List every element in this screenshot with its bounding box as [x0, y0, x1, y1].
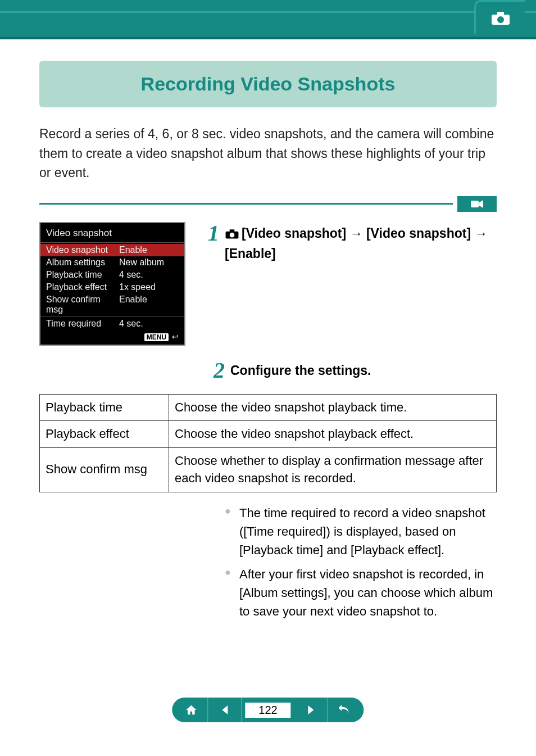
- step-number: 2: [214, 359, 225, 382]
- setting-name: Show confirm msg: [40, 448, 169, 492]
- page-content: Recording Video Snapshots Record a serie…: [0, 39, 536, 621]
- setting-desc: Choose the video snapshot playback time.: [169, 394, 497, 421]
- section-tab-camera[interactable]: [474, 0, 525, 34]
- lcd-row-label: Show confirm msg: [46, 295, 119, 315]
- lcd-row-value: New album: [119, 257, 164, 268]
- top-bar-accent: [0, 11, 536, 13]
- page-title: Recording Video Snapshots: [45, 73, 491, 95]
- lcd-row-value: 4 sec.: [119, 319, 143, 329]
- lcd-row-value: Enable: [119, 295, 147, 315]
- svg-rect-5: [230, 229, 235, 232]
- nav-next-button[interactable]: [294, 698, 328, 722]
- setting-name: Playback time: [40, 394, 169, 421]
- page-number: 122: [245, 703, 290, 718]
- undo-icon: [339, 705, 351, 715]
- nav-back-button[interactable]: [328, 698, 362, 722]
- step-1-row: Video snapshot Video snapshot Enable Alb…: [39, 222, 497, 346]
- svg-rect-1: [497, 12, 504, 15]
- lcd-separator: [40, 316, 184, 316]
- home-icon: [185, 704, 197, 716]
- lcd-title: Video snapshot: [40, 228, 184, 242]
- divider-line: [39, 203, 453, 205]
- svg-point-2: [497, 16, 504, 23]
- table-row: Playback effect Choose the video snapsho…: [40, 421, 497, 448]
- lcd-row: Playback time 4 sec.: [40, 269, 184, 281]
- notes-list: The time required to record a video snap…: [225, 504, 497, 621]
- settings-table: Playback time Choose the video snapshot …: [39, 394, 497, 492]
- step-head: 1 [Video snapshot] → [Video snapshot] → …: [208, 222, 497, 264]
- camera-icon: [490, 10, 511, 26]
- setting-desc: Choose whether to display a confirmation…: [169, 448, 497, 492]
- lcd-footer: MENU ↩: [40, 330, 184, 341]
- svg-point-6: [230, 232, 235, 237]
- mode-badge: [457, 196, 497, 212]
- step-body: [Video snapshot] → [Video snapshot] → [E…: [225, 222, 497, 264]
- lcd-row: Album settings New album: [40, 256, 184, 269]
- intro-text: Record a series of 4, 6, or 8 sec. video…: [39, 124, 497, 183]
- setting-desc: Choose the video snapshot playback effec…: [169, 421, 497, 448]
- lcd-row-value: 4 sec.: [119, 270, 143, 280]
- section-divider: [39, 196, 497, 212]
- return-icon: ↩: [172, 332, 179, 341]
- nav-home-button[interactable]: [174, 698, 208, 722]
- table-row: Playback time Choose the video snapshot …: [40, 394, 497, 421]
- lcd-row-selected: Video snapshot Enable: [40, 244, 184, 256]
- top-bar: [0, 0, 536, 39]
- nav-prev-button[interactable]: [208, 698, 242, 722]
- lcd-row-value: 1x speed: [119, 282, 156, 292]
- lcd-row-label: Album settings: [46, 257, 119, 268]
- lcd-row-label: Playback effect: [46, 282, 119, 292]
- table-row: Show confirm msg Choose whether to displ…: [40, 448, 497, 492]
- step-1-text: 1 [Video snapshot] → [Video snapshot] → …: [208, 222, 497, 346]
- lcd-row-value: Enable: [119, 245, 147, 255]
- lcd-row-label: Playback time: [46, 270, 119, 280]
- prev-icon: [221, 705, 229, 714]
- step-instruction: Configure the settings.: [230, 359, 371, 380]
- footer-nav: 122: [172, 698, 364, 722]
- lcd-row: Time required 4 sec.: [40, 318, 184, 330]
- lcd-separator: [40, 242, 184, 243]
- step-2-row: 2 Configure the settings.: [214, 359, 497, 382]
- lcd-row: Show confirm msg Enable: [40, 293, 184, 316]
- step-number: 1: [208, 222, 219, 245]
- list-item: After your first video snapshot is recor…: [225, 565, 497, 621]
- movie-icon: [470, 199, 484, 209]
- setting-name: Playback effect: [40, 421, 169, 448]
- lcd-row: Playback effect 1x speed: [40, 281, 184, 293]
- lcd-menu-label: MENU: [144, 333, 169, 341]
- lcd-row-label: Video snapshot: [46, 245, 119, 255]
- next-icon: [307, 705, 315, 714]
- camera-icon: [225, 226, 239, 245]
- svg-rect-3: [471, 201, 479, 207]
- lcd-row-label: Time required: [46, 319, 119, 329]
- list-item: The time required to record a video snap…: [225, 504, 497, 559]
- title-box: Recording Video Snapshots: [39, 61, 497, 107]
- camera-lcd-screenshot: Video snapshot Video snapshot Enable Alb…: [39, 222, 185, 346]
- step-instruction: [Video snapshot] → [Video snapshot] → [E…: [225, 226, 487, 261]
